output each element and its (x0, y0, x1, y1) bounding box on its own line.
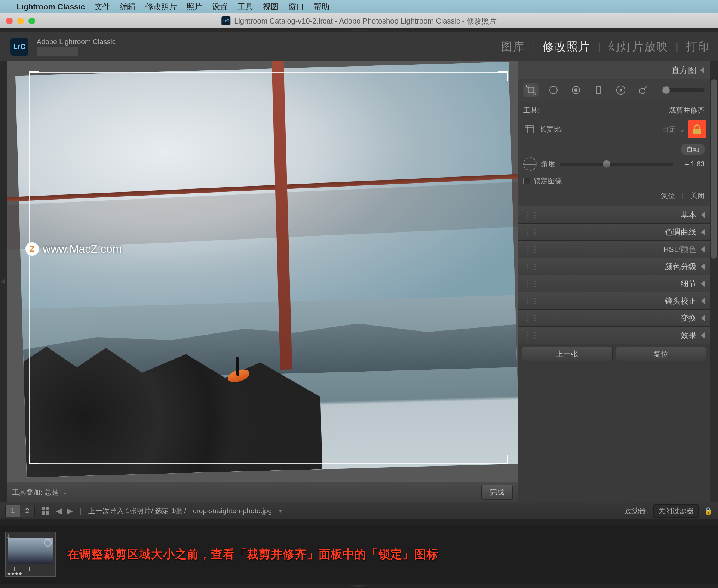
expand-left-icon (1, 279, 5, 285)
chevron-left-icon (701, 229, 705, 235)
nav-prev-icon[interactable]: ◀ (56, 506, 62, 516)
menu-file[interactable]: 文件 (95, 1, 110, 12)
crop-handle-tl[interactable] (29, 71, 39, 81)
panel-lens[interactable]: ⋮⋮镜头校正 (518, 292, 710, 310)
overlay-value[interactable]: 总是 (45, 488, 59, 496)
crop-tool-button[interactable] (523, 83, 539, 97)
panel-hsl[interactable]: ⋮⋮HSL/颜色 (518, 241, 710, 258)
module-print[interactable]: 打印 (686, 39, 710, 55)
crop-overlay[interactable] (29, 72, 507, 464)
overlay-dropdown-icon[interactable]: ⌄ (62, 488, 68, 496)
traffic-lights (6, 18, 35, 24)
module-library[interactable]: 图库 (501, 39, 525, 55)
close-window-button[interactable] (6, 18, 13, 24)
menu-view[interactable]: 视图 (263, 1, 279, 12)
svg-point-8 (620, 89, 622, 91)
spot-tool-button[interactable] (546, 83, 561, 97)
module-picker: 图库 | 修改照片 | 幻灯片放映 | 打印 (501, 39, 710, 55)
bottom-panel-grip-icon[interactable] (344, 585, 374, 587)
watermark: Z www.MacZ.com (25, 242, 122, 256)
brand-icon: LrC (10, 38, 28, 56)
thumb-rating: ★★★★ (7, 571, 22, 576)
display-2[interactable]: 2 (20, 505, 35, 517)
panel-color-grading[interactable]: ⋮⋮颜色分级 (518, 258, 710, 275)
collapse-icon (700, 67, 704, 73)
top-panel-grip-icon[interactable] (344, 29, 374, 31)
chevron-left-icon (701, 315, 705, 321)
aspect-lock-highlight (688, 120, 706, 138)
lock-image-checkbox[interactable] (523, 178, 530, 184)
angle-value[interactable]: – 1.63 (678, 160, 705, 168)
filmstrip-thumbnail[interactable]: 1 ★★★★ (5, 532, 56, 577)
chevron-left-icon (701, 281, 705, 287)
straighten-icon[interactable] (523, 157, 537, 171)
angle-slider-knob[interactable] (603, 160, 610, 168)
left-panel-collapsed[interactable] (0, 61, 7, 502)
menu-settings[interactable]: 设置 (212, 1, 228, 12)
menu-tools[interactable]: 工具 (237, 1, 253, 12)
menu-window[interactable]: 窗口 (288, 1, 304, 12)
menu-edit[interactable]: 编辑 (120, 1, 136, 12)
mask-slider[interactable] (662, 88, 705, 92)
filter-dropdown[interactable]: 关闭过滤器 (653, 504, 699, 518)
fullscreen-window-button[interactable] (28, 18, 35, 24)
svg-point-5 (574, 89, 577, 92)
angle-auto-button[interactable]: 自动 (681, 144, 705, 155)
histogram-header[interactable]: 直方图 (518, 61, 710, 79)
angle-slider[interactable] (560, 163, 673, 166)
panel-tone-curve[interactable]: ⋮⋮色调曲线 (518, 224, 710, 241)
filter-lock-icon[interactable]: 🔒 (704, 507, 713, 515)
panel-effects[interactable]: ⋮⋮效果 (518, 327, 710, 344)
brush-tool-button[interactable] (635, 83, 651, 97)
display-1[interactable]: 1 (6, 505, 20, 517)
crop-handle-bl[interactable] (29, 455, 39, 464)
svg-rect-6 (596, 86, 600, 94)
annotation-caption: 在调整裁剪区域大小之前，查看「裁剪并修齐」面板中的「锁定」图标 (67, 547, 711, 562)
menu-photo[interactable]: 照片 (187, 1, 202, 12)
angle-label: 角度 (541, 159, 555, 169)
crop-panel: 工具: 裁剪并修齐 长宽比: 自定 ⌄ (518, 101, 710, 206)
radial-tool-button[interactable] (613, 83, 629, 97)
filename-dropdown-icon[interactable]: ▾ (279, 507, 282, 515)
app-header: LrC Adobe Lightroom Classic 图库 | 修改照片 | … (0, 32, 718, 61)
panel-basic[interactable]: ⋮⋮基本 (518, 206, 710, 224)
reset-button[interactable]: 复位 (616, 347, 706, 361)
panel-detail[interactable]: ⋮⋮细节 (518, 275, 710, 292)
aspect-dropdown-icon[interactable]: ⌄ (679, 125, 685, 134)
panel-transform[interactable]: ⋮⋮变换 (518, 310, 710, 327)
chevron-left-icon (701, 332, 705, 338)
right-scrollbar[interactable] (710, 61, 718, 502)
thumb-badge-icon (44, 539, 52, 547)
done-button[interactable]: 完成 (481, 485, 513, 500)
previous-button[interactable]: 上一张 (522, 347, 613, 361)
gradient-tool-button[interactable] (590, 83, 606, 97)
aspect-value[interactable]: 自定 (662, 124, 676, 134)
grid-view-icon[interactable] (42, 507, 49, 515)
watermark-icon: Z (25, 242, 39, 256)
minimize-window-button[interactable] (17, 18, 24, 24)
crop-close-button[interactable]: 关闭 (690, 191, 705, 201)
chevron-left-icon (701, 246, 705, 252)
menu-help[interactable]: 帮助 (314, 1, 329, 12)
crop-handle-tr[interactable] (498, 71, 508, 81)
filmstrip-scrollbar[interactable] (0, 519, 718, 525)
crop-handle-br[interactable] (498, 455, 508, 464)
menubar-app[interactable]: Lightroom Classic (16, 2, 85, 11)
histogram-label: 直方图 (672, 65, 696, 76)
chevron-left-icon (701, 298, 705, 304)
svg-rect-2 (528, 87, 534, 93)
svg-point-3 (550, 86, 557, 94)
redeye-tool-button[interactable] (568, 83, 584, 97)
window-title: Lightroom Catalog-v10-2.lrcat - Adobe Ph… (234, 16, 496, 26)
lock-icon[interactable] (693, 124, 701, 134)
module-slideshow[interactable]: 幻灯片放映 (608, 39, 668, 55)
crop-reset-button[interactable]: 复位 (661, 191, 675, 201)
menu-develop[interactable]: 修改照片 (145, 1, 177, 12)
filmstrip: 1 ★★★★ 在调整裁剪区域大小之前，查看「裁剪并修齐」面板中的「锁定」图标 (0, 525, 718, 584)
module-develop[interactable]: 修改照片 (543, 39, 590, 55)
photo-canvas[interactable]: Z www.MacZ.com (7, 61, 518, 482)
strip-filename[interactable]: crop-straighten-photo.jpg (193, 507, 272, 515)
overlay-label: 工具叠加: (12, 488, 42, 496)
nav-next-icon[interactable]: ▶ (67, 506, 73, 516)
aspect-icon[interactable] (523, 124, 535, 135)
